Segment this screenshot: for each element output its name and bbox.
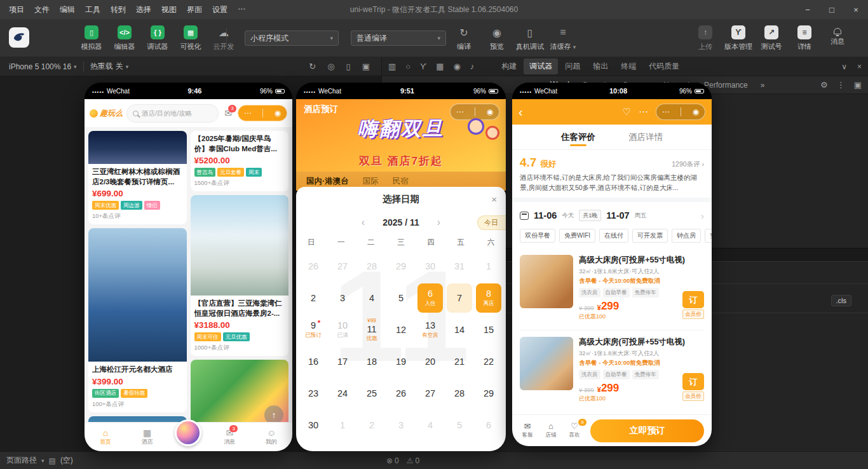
split-view-icon[interactable]: ▥ [388,62,396,71]
menu-item[interactable]: 视图 [156,3,182,17]
hotel-card[interactable] [88,416,187,422]
menu-item[interactable]: ⋯ [233,3,250,17]
details-button[interactable]: ≡ 详情 [790,25,818,51]
audio-icon[interactable]: ♪ [470,62,475,71]
page-path-label[interactable]: 页面路径 [6,455,37,466]
order-button[interactable]: 订 [682,291,704,308]
calendar-day[interactable]: 20 [417,347,443,376]
grid-icon[interactable]: ▦ [436,62,444,71]
customer-service-button[interactable]: ✉ 客服 [520,422,535,439]
maximize-button[interactable]: □ [820,0,844,19]
tab-messages[interactable]: ✉3 消息 [215,428,243,446]
clear-cache-button[interactable]: ≡ 清缓存▾ [549,25,577,51]
hot-reload-toggle[interactable]: 热重载 关 ▾ [88,60,132,73]
calendar-day[interactable]: 5 [388,283,414,313]
book-now-button[interactable]: 立即预订 [590,419,704,442]
calendar-day[interactable]: 6 [476,411,501,440]
calendar-day[interactable]: 26 [388,379,414,408]
chat-icon[interactable]: ✉3 [224,108,232,118]
like-button[interactable]: ♡ 9 喜欢 [567,422,582,439]
cloud-dev-button[interactable]: ☁ 云开发 [210,25,238,51]
calendar-day[interactable]: 4 [359,283,384,313]
layout-icon[interactable]: ▤ [49,456,56,465]
calendar-day[interactable]: 5 [447,411,472,440]
close-icon[interactable]: × [857,62,862,71]
tab-code-quality[interactable]: 代码质量 [643,58,685,74]
device-frame-icon[interactable]: ▯ [346,62,351,71]
calendar-day[interactable]: 29 [388,252,414,281]
menu-item[interactable]: 工具 [80,3,105,17]
filter-chip[interactable]: 免费WIFI [559,229,595,243]
calendar-day[interactable]: 16 [301,347,326,376]
order-button[interactable]: 订 [682,373,704,390]
calendar-day[interactable]: 24 [330,379,355,408]
tab-build[interactable]: 构建 [496,58,522,74]
tab-home[interactable]: ⌂ 首页 [92,428,119,446]
multi-window-icon[interactable]: ▣ [362,62,370,71]
menu-item[interactable]: 转到 [105,3,131,17]
compile-mode-select[interactable]: 普通编译▾ [351,31,446,46]
calendar-day[interactable]: 17 [330,347,355,376]
menu-item[interactable]: 界面 [182,3,207,17]
kebab-menu-icon[interactable]: ⋮ [837,80,845,90]
calendar-day[interactable]: 18 [359,347,384,376]
more-icon[interactable]: ⋯ [456,108,464,116]
hotel-card[interactable]: 【官店直营】三亚海棠湾仁恒皇冠假日酒店海景房2-... ¥3188.00 周末可… [191,195,289,356]
calendar-day[interactable]: 14 [447,315,472,344]
tab-hotel[interactable]: ▦ 酒店 [133,428,161,446]
editor-button[interactable]: </> 编辑器 [111,25,139,51]
device-select[interactable]: iPhone 5 100% 16▾ [6,61,79,72]
visualization-button[interactable]: ▦ 可视化 [177,25,205,51]
filter-chip[interactable]: 空调 [705,229,712,243]
filter-chip[interactable]: 在线付 [599,229,628,243]
menu-item[interactable]: 选择 [131,3,156,17]
menu-item[interactable]: 设置 [207,3,233,17]
wechat-capsule[interactable]: ⋯ ◉ [656,104,705,120]
favorite-icon[interactable]: ♡ [623,106,631,118]
tab-terminal[interactable]: 终端 [615,58,642,74]
calendar-day[interactable]: 10已满 [330,315,355,344]
calendar-day[interactable]: 21 [447,347,472,376]
close-icon[interactable]: × [491,194,497,205]
search-icon[interactable]: ○ [405,62,410,71]
messages-button[interactable]: 消息 [824,25,851,51]
balloon-button[interactable] [175,419,201,446]
more-icon[interactable]: ⋯ [244,109,252,117]
menu-item[interactable]: 文件 [29,3,55,17]
device-debug-button[interactable]: ▯ 真机调试 [516,25,544,51]
calendar-day[interactable]: ¥9911优惠 [359,315,384,344]
more-icon[interactable]: ⋯ [662,108,670,116]
calendar-day[interactable]: 30 [417,252,443,281]
upload-button[interactable]: ↑ 上传 [691,25,719,51]
debugger-button[interactable]: { } 调试器 [144,25,172,51]
calendar-day[interactable]: 30 [301,411,326,440]
mode-select[interactable]: 小程序模式▾ [245,31,339,46]
search-input[interactable] [142,109,212,117]
eye-icon[interactable]: ◉ [454,62,461,71]
back-icon[interactable]: ‹ [519,105,523,118]
hotel-card[interactable]: 【2025年暑期/国庆早鸟价】泰国Club Med普吉... ¥5200.00 … [191,131,289,191]
simulator-button[interactable]: ▯ 模拟器 [78,25,105,51]
calendar-day[interactable]: 26 [301,252,326,281]
filter-chip[interactable]: 双份早餐 [520,229,555,243]
hotel-card[interactable]: 三亚湾红树林木棉或棕榈酒店2/3晚套餐预订详情页... ¥699.00 周末优惠… [88,131,187,224]
date-selector[interactable]: 11-06 今天 共1晚 11-07 周五 › [512,202,712,229]
exit-icon[interactable]: ◉ [275,109,281,117]
prev-month-icon[interactable]: ‹ [362,217,365,228]
menu-item[interactable]: 编辑 [55,3,80,17]
tab-reviews[interactable]: 住客评价 [560,125,597,149]
room-card[interactable]: 高级大床房(可投屏+55寸电视) 32㎡·1张1.8米大床·可入住2人 含早餐 … [512,248,712,327]
shop-button[interactable]: ⌂ 店铺 [543,422,559,439]
version-manage-button[interactable]: ϒ 版本管理 [724,25,752,51]
preview-button[interactable]: ◉ 预览 [483,25,511,51]
close-button[interactable]: × [844,0,868,19]
menu-item[interactable]: 项目 [4,3,29,17]
calendar-day[interactable]: 28 [359,252,384,281]
calendar-day[interactable]: 15 [476,315,501,344]
more-tabs-icon[interactable]: » [754,76,771,94]
collapse-icon[interactable]: ∨ [841,62,847,71]
calendar-day[interactable]: 1 [330,411,355,440]
tree-icon[interactable]: ϒ [420,62,426,71]
filter-chip[interactable]: 钟点房 [672,229,701,243]
more-icon[interactable]: ⋯ [639,106,648,118]
